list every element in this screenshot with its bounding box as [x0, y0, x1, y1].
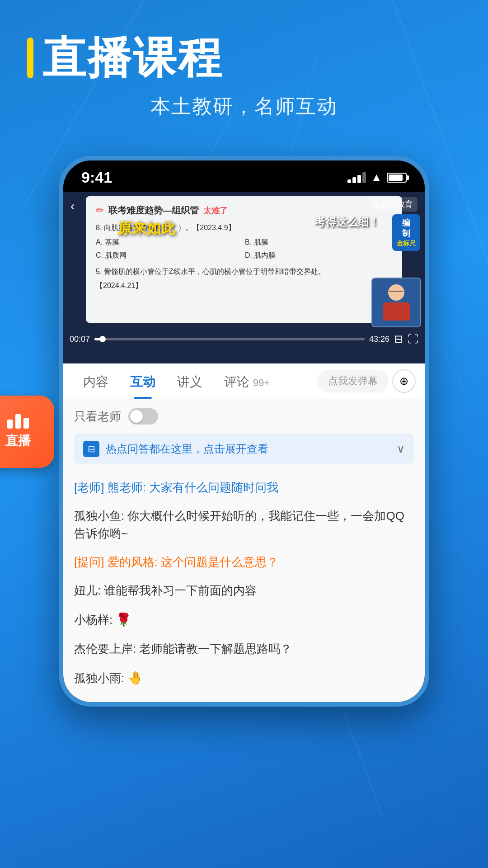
teacher-only-toggle[interactable] [128, 408, 158, 425]
teacher-glasses-icon [389, 291, 404, 294]
tab-content[interactable]: 内容 [72, 363, 119, 399]
teacher-head [388, 284, 404, 301]
fullscreen-icon[interactable]: ⛶ [408, 333, 418, 345]
chat-message-6: 杰伦要上岸: 老师能请教一下解题思路吗？ [74, 635, 414, 663]
message-text-4: 谁能帮我补习一下前面的内容 [104, 584, 257, 597]
extra-date: 【2024.4.21】 [96, 280, 392, 292]
back-button[interactable]: ‹ [70, 199, 75, 213]
hot-qa-icon: ⊟ [83, 441, 99, 457]
slide-title: 联考难度趋势—组织管 [108, 204, 199, 217]
right-badge-brand: 金标尺 [397, 239, 416, 247]
option-d: D. 肌内膜 [245, 250, 392, 261]
chat-message-4: 妞儿: 谁能帮我补习一下前面的内容 [74, 576, 414, 605]
chat-message-5: 小杨样: 🌹 [74, 605, 414, 635]
subtitle-icon[interactable]: ⊟ [394, 333, 403, 345]
signal-icon [347, 172, 366, 183]
teacher-thumbnail [371, 278, 421, 327]
status-bar: 9:41 ▲ [63, 160, 425, 192]
tabs-bar: 内容 互动 讲义 评论 99+ 点我发弹幕 ⊕ [63, 363, 425, 399]
main-title-group: 直播课程 [42, 36, 223, 80]
subtitle: 本土教研，名师互动 [27, 93, 461, 120]
video-controls: ⊟ ⛶ [394, 333, 418, 345]
message-text-7: 🤚 [127, 671, 143, 685]
sender-3: [提问] 爱的风格: [74, 555, 161, 569]
chat-messages: [老师] 熊老师: 大家有什么问题随时问我 孤独小鱼: 你大概什么时候开始听的，… [74, 473, 414, 693]
tab-comment[interactable]: 评论 99+ [213, 363, 281, 399]
chat-message-3: [提问] 爱的风格: 这个问题是什么意思？ [74, 548, 414, 576]
message-text-1: 大家有什么问题随时问我 [149, 481, 278, 494]
tab-handout[interactable]: 讲义 [166, 363, 213, 399]
option-c: C. 肌质网 [96, 250, 243, 261]
teacher-body [383, 302, 410, 321]
hot-qa-text: 热点问答都在这里，点击展开查看 [106, 442, 397, 456]
message-text-6: 老师能请教一下解题思路吗？ [139, 642, 292, 656]
teacher-only-label: 只看老师 [74, 409, 121, 425]
live-label: 直播 [5, 432, 31, 449]
right-badge: 编 制 金标尺 [392, 214, 420, 251]
sender-5: 小杨样: [74, 613, 116, 627]
teacher-only-row: 只看老师 [74, 408, 414, 425]
sender-6: 杰伦要上岸: [74, 642, 139, 656]
hot-qa-expand-icon: ∨ [397, 443, 405, 455]
current-time: 00:07 [70, 335, 90, 344]
wifi-icon: ▲ [371, 170, 382, 184]
teacher-avatar [372, 278, 420, 326]
title-row: 直播课程 [27, 36, 461, 80]
chat-message-2: 孤独小鱼: 你大概什么时候开始听的，我能记住一些，一会加QQ告诉你哟~ [74, 502, 414, 548]
barrage-input-area[interactable]: 点我发弹幕 [317, 370, 389, 392]
barrage-placeholder-text: 点我发弹幕 [328, 374, 378, 388]
sender-1: [老师] 熊老师: [74, 481, 149, 494]
video-player[interactable]: ‹ 金标尺教育 ⋯ ✏ 联考难度趋势—组织管 太难了 8. 向肌浆内部的结构是（… [63, 192, 425, 363]
status-time: 9:41 [81, 169, 112, 186]
battery-icon [387, 173, 407, 183]
main-title: 直播课程 [42, 36, 223, 80]
live-badge: 直播 [0, 396, 54, 468]
sender-4: 妞儿: [74, 584, 104, 597]
pencil-icon: ✏ [96, 205, 104, 217]
status-icons: ▲ [347, 170, 407, 184]
hot-qa-banner[interactable]: ⊟ 热点问答都在这里，点击展开查看 ∨ [74, 434, 414, 464]
option-b: B. 肌膜 [245, 236, 392, 248]
chat-message-1: [老师] 熊老师: 大家有什么问题随时问我 [74, 473, 414, 502]
comment-badge: 99+ [253, 377, 270, 388]
sender-2: 孤独小鱼: [74, 509, 127, 523]
phone-frame: 9:41 ▲ ‹ 金标尺教育 ⋯ [59, 156, 429, 707]
video-progress-bar[interactable]: 00:07 43:26 ⊟ ⛶ [70, 333, 418, 345]
message-text-5: 🌹 [116, 613, 131, 627]
phone-mockup-wrapper: 9:41 ▲ ‹ 金标尺教育 ⋯ [0, 156, 488, 707]
extra-text: 5. 骨骼肌的横小管位于Z线水平，心肌的横小管位于明带和暗带交界处。 [96, 266, 392, 278]
barrage-button[interactable]: ⊕ [392, 369, 416, 393]
progress-thumb [99, 336, 106, 342]
total-time: 43:26 [369, 335, 389, 344]
chat-message-7: 孤独小雨: 🤚 [74, 663, 414, 693]
progress-track[interactable] [94, 338, 365, 340]
progress-fill [94, 338, 103, 340]
overlay-text-yuanlai: 原来如此 [117, 219, 175, 239]
sender-7: 孤独小雨: [74, 671, 127, 685]
slide-options: A. 基膜 B. 肌膜 C. 肌质网 D. 肌内膜 [96, 236, 392, 261]
live-bars-icon [7, 414, 29, 429]
tab-interact[interactable]: 互动 [119, 363, 166, 399]
chat-area: 只看老师 ⊟ 热点问答都在这里，点击展开查看 ∨ [老师] 熊老师: 大家有什么… [63, 399, 425, 702]
overlay-text-kaoxi: 考得这么细！ [314, 214, 380, 230]
message-text-3: 这个问题是什么意思？ [161, 555, 278, 569]
too-hard-text: 太难了 [203, 205, 228, 216]
toggle-knob [130, 410, 143, 423]
header-section: 直播课程 本土教研，名师互动 [0, 0, 488, 138]
yellow-accent-bar [27, 38, 33, 78]
